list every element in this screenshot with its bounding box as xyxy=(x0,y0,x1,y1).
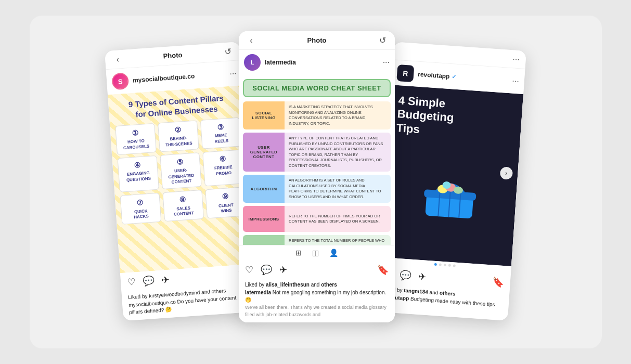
profile-name-left[interactable]: mysocialboutique.co xyxy=(133,70,226,84)
comment-icon-right[interactable]: 💬 xyxy=(399,269,411,281)
post-image-right: 4 SimpleBudgetingTips xyxy=(379,85,524,266)
back-icon-left[interactable]: ‹ xyxy=(111,54,124,64)
cp-cell-3: ③ MEMEREELS xyxy=(200,118,242,149)
cp-cell-5: ⑤ USER-GENERATEDCONTENT xyxy=(160,152,201,189)
cs-header: SOCIAL MEDIA WORD CHEAT SHEET xyxy=(243,79,391,97)
cs-term-2: USERGENERATEDCONTENT xyxy=(243,133,285,172)
cp-cell-6: ⑥ FREEBIEPROMO xyxy=(202,149,244,186)
cp-label-8: SALESCONTENT xyxy=(166,205,201,218)
cp-icon-3: ③ xyxy=(203,121,238,133)
cp-label-5: USER-GENERATEDCONTENT xyxy=(163,167,199,186)
cs-row-5: REACH REFERS TO THE TOTAL NUMBER OF PEOP… xyxy=(243,235,391,245)
dots-menu-center[interactable]: ··· xyxy=(383,58,390,67)
cp-icon-1: ① xyxy=(118,127,153,139)
caption-center: latermedia Not me googling something in … xyxy=(245,289,389,318)
refresh-icon-left[interactable]: ↺ xyxy=(221,46,234,57)
cs-term-1: SOCIALLISTENING xyxy=(243,101,285,129)
cs-term-3: ALGORITHM xyxy=(243,175,285,203)
cheat-sheet: SOCIAL MEDIA WORD CHEAT SHEET SOCIALLIST… xyxy=(239,75,395,245)
cs-row-2: USERGENERATEDCONTENT ANY TYPE OF CONTENT… xyxy=(243,133,391,172)
cs-def-3: AN ALGORITHM IS A SET OF RULES AND CALCU… xyxy=(285,175,391,203)
card-right-title-space xyxy=(412,52,512,59)
cs-term-4: IMPRESSIONS xyxy=(243,206,285,232)
posts-tab-icon[interactable]: ◫ xyxy=(312,249,319,257)
comment-icon-left[interactable]: 💬 xyxy=(142,275,154,287)
card-center-header: ‹ Photo ↺ xyxy=(239,31,395,50)
cp-icon-8: ⑧ xyxy=(165,194,200,206)
profile-name-center[interactable]: latermedia xyxy=(265,59,379,66)
card-center-title: Photo xyxy=(257,36,376,44)
cp-label-1: HOW TOCAROUSELS xyxy=(119,138,153,151)
cp-label-2: BEHIND-THE-SCENES xyxy=(161,135,196,148)
dot-3 xyxy=(444,264,446,266)
cs-def-4: REFER TO THE NUMBER OF TIMES YOUR AD OR … xyxy=(285,206,391,232)
refresh-icon-center[interactable]: ↺ xyxy=(376,35,389,45)
cs-row-3: ALGORITHM AN ALGORITHM IS A SET OF RULES… xyxy=(243,175,391,203)
cp-cell-8: ⑧ SALESCONTENT xyxy=(162,190,204,222)
bookmark-icon-center[interactable]: 🔖 xyxy=(377,264,389,276)
cp-cell-4: ④ ENGAGINGQUESTIONS xyxy=(118,155,159,192)
content-pillars-bg: 9 Types of Content Pillarsfor Online Bus… xyxy=(108,85,255,273)
heart-icon-center[interactable]: ♡ xyxy=(245,264,253,276)
cp-icon-6: ⑥ xyxy=(205,153,240,165)
share-icon-left[interactable]: ✈ xyxy=(161,274,169,286)
revolut-title: 4 SimpleBudgetingTips xyxy=(396,94,514,143)
dot-2 xyxy=(439,263,442,266)
grid-tab-icon[interactable]: ⊞ xyxy=(295,249,302,257)
cp-icon-4: ④ xyxy=(120,159,155,171)
dots-menu-right-header[interactable]: ··· xyxy=(512,54,520,64)
post-image-left: 9 Types of Content Pillarsfor Online Bus… xyxy=(108,85,255,273)
card-left: ‹ Photo ↺ S mysocialboutique.co ··· 9 Ty… xyxy=(105,42,259,321)
cp-label-7: QUICKHACKS xyxy=(124,207,159,220)
dot-4 xyxy=(448,264,451,267)
comment-icon-center[interactable]: 💬 xyxy=(261,264,272,276)
tagged-tab-icon[interactable]: 👤 xyxy=(329,249,338,257)
card-left-title: Photo xyxy=(124,48,222,63)
card-center-profile: L latermedia ··· xyxy=(239,50,395,75)
cs-row-1: SOCIALLISTENING IS A MARKETING STRATEGY … xyxy=(243,101,391,129)
cp-label-4: ENGAGINGQUESTIONS xyxy=(121,170,156,183)
dot-1 xyxy=(434,263,437,266)
verified-badge: ✓ xyxy=(451,73,456,80)
heart-icon-left[interactable]: ♡ xyxy=(127,276,136,288)
share-icon-center[interactable]: ✈ xyxy=(279,264,287,276)
action-bar-center: ♡ 💬 ✈ 🔖 xyxy=(239,260,395,280)
back-icon-center[interactable]: ‹ xyxy=(245,36,257,45)
cp-cell-2: ② BEHIND-THE-SCENES xyxy=(158,120,199,152)
cs-def-5: REFERS TO THE TOTAL NUMBER OF PEOPLE WHO… xyxy=(285,235,391,245)
avatar-center-letter: L xyxy=(251,59,254,66)
card-right: ‹ ··· R revolutapp ✓ ··· 4 SimpleBudgeti… xyxy=(375,42,526,321)
liked-by-center: Liked by alisa_lifeinthesun and others xyxy=(245,282,389,288)
bookmark-icon-right[interactable]: 🔖 xyxy=(492,276,504,288)
dot-5 xyxy=(453,264,456,267)
cp-cell-7: ⑦ QUICKHACKS xyxy=(120,193,162,225)
card-center: ‹ Photo ↺ L latermedia ··· SOCIAL MEDIA … xyxy=(239,31,395,322)
cp-icon-5: ⑤ xyxy=(163,156,198,168)
avatar-right: R xyxy=(396,64,414,82)
revolut-basket xyxy=(388,135,512,257)
profile-name-right[interactable]: revolutapp ✓ xyxy=(418,71,508,84)
basket-svg xyxy=(417,171,483,222)
dots-menu-right[interactable]: ··· xyxy=(512,76,520,86)
avatar-left: S xyxy=(111,72,129,90)
avatar-left-letter: S xyxy=(118,77,123,86)
post-image-center: SOCIAL MEDIA WORD CHEAT SHEET SOCIALLIST… xyxy=(239,75,395,245)
avatar-center: L xyxy=(244,54,261,71)
cs-row-4: IMPRESSIONS REFER TO THE NUMBER OF TIMES… xyxy=(243,206,391,232)
dots-menu-left[interactable]: ··· xyxy=(229,69,237,79)
share-icon-right[interactable]: ✈ xyxy=(418,271,426,283)
revolut-post-content: 4 SimpleBudgetingTips xyxy=(379,85,524,266)
cp-grid: ① HOW TOCAROUSELS ② BEHIND-THE-SCENES ③ … xyxy=(115,118,247,225)
cp-icon-9: ⑨ xyxy=(208,191,243,203)
cp-content: 9 Types of Content Pillarsfor Online Bus… xyxy=(113,92,247,225)
post-meta-center: Liked by alisa_lifeinthesun and others l… xyxy=(239,280,395,322)
cp-label-3: MEMEREELS xyxy=(204,132,239,145)
main-container: ‹ Photo ↺ S mysocialboutique.co ··· 9 Ty… xyxy=(30,16,602,348)
tabs-bar-center: ⊞ ◫ 👤 xyxy=(239,245,395,260)
cp-icon-2: ② xyxy=(160,124,195,136)
cp-label-6: FREEBIEPROMO xyxy=(206,164,241,177)
avatar-right-letter: R xyxy=(403,69,408,78)
cs-def-2: ANY TYPE OF CONTENT THAT IS CREATED AND … xyxy=(285,133,391,172)
cs-term-5: REACH xyxy=(243,235,285,245)
next-arrow-right[interactable]: › xyxy=(500,166,513,180)
